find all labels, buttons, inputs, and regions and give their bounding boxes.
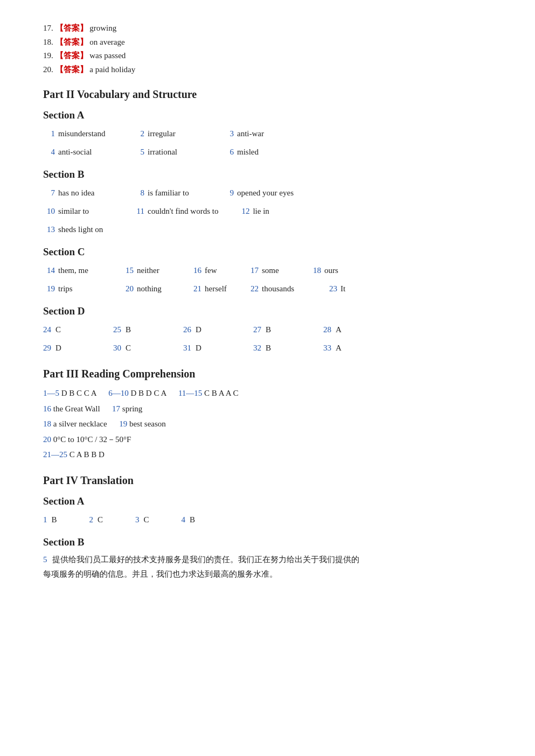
part2-sectionA-heading: Section A xyxy=(43,109,492,121)
part2-sectionB-heading: Section B xyxy=(43,169,492,180)
val-13: sheds light on xyxy=(58,221,103,237)
num-8: 8 xyxy=(133,185,144,201)
num-18c: 18 xyxy=(309,262,321,278)
cell-11: 11 couldn't find words to xyxy=(133,203,218,219)
cell-6: 6 misled xyxy=(222,144,292,160)
val-12: lie in xyxy=(253,203,269,219)
cell-23: 23 It xyxy=(325,281,352,297)
val-d-26: D xyxy=(196,321,202,338)
part2-sectionC-row2: 19 trips 20 nothing 21 herself 22 thousa… xyxy=(43,281,492,297)
num-d-30: 30 xyxy=(113,340,121,356)
num-3: 3 xyxy=(222,125,234,142)
cell-16: 16 few xyxy=(190,262,227,278)
val-d-29: D xyxy=(55,340,61,356)
num-4: 4 xyxy=(43,144,55,160)
part4-sectionA-heading: Section A xyxy=(43,495,492,507)
part2-sectionC-heading: Section C xyxy=(43,246,492,258)
cell-15: 15 neither xyxy=(122,262,170,278)
cell-9: 9 opened your eyes xyxy=(222,185,294,201)
val-22c: thousands xyxy=(262,281,294,297)
part4-cell-3: 3 C xyxy=(135,512,149,528)
val-15: neither xyxy=(137,262,159,278)
num-5: 5 xyxy=(133,144,144,160)
cell-10: 10 similar to xyxy=(43,203,113,219)
part3-val20: 0°C to 10°C / 32－50°F xyxy=(53,435,131,444)
part4-sectionA-row: 1 B 2 C 3 C 4 B xyxy=(43,512,492,528)
num-d-31: 31 xyxy=(183,340,191,356)
part4-sectionB-heading: Section B xyxy=(43,536,492,548)
part4-val-4: B xyxy=(190,512,195,528)
val-7: has no idea xyxy=(58,185,94,201)
val-18c: ours xyxy=(324,262,338,278)
cell-d-32: 32 B xyxy=(253,340,296,356)
num-23c: 23 xyxy=(325,281,337,297)
cell-21: 21 herself xyxy=(190,281,227,297)
val-d-33: A xyxy=(336,340,342,356)
cell-2: 2 irregular xyxy=(133,125,203,142)
answer-num-19: 19. xyxy=(43,51,55,60)
part3-heading: Part III Reading Comprehension xyxy=(43,368,492,380)
val-9: opened your eyes xyxy=(237,185,294,201)
num-19c: 19 xyxy=(43,281,55,297)
answer-18: 18. 【答案】 on average xyxy=(43,36,492,50)
answer-val-20: a paid holiday xyxy=(89,65,135,74)
num-d-27: 27 xyxy=(253,321,261,338)
part3-vals2: D B D C A xyxy=(131,389,178,397)
cell-4: 4 anti-social xyxy=(43,144,113,160)
part2-sectionA-row2: 4 anti-social 5 irrational 6 misled xyxy=(43,144,492,160)
cell-d-25: 25 B xyxy=(113,321,156,338)
part2-sectionB-row3: 13 sheds light on xyxy=(43,221,492,237)
part3-line5: 21—25 C A B B D xyxy=(43,447,492,463)
part2-sectionB-row2: 10 similar to 11 couldn't find words to … xyxy=(43,203,492,219)
part3-val18: a silver necklace xyxy=(53,419,119,428)
cell-1: 1 misunderstand xyxy=(43,125,113,142)
val-d-28: A xyxy=(336,321,342,338)
part4-sectionB-text-5: 提供给我们员工最好的技术支持服务是我们的责任。我们正在努力给出关于我们提供的每项… xyxy=(43,555,359,578)
cell-12: 12 lie in xyxy=(238,203,308,219)
val-3: anti-war xyxy=(237,125,264,142)
part3-vals21: C A B B D xyxy=(70,450,105,459)
num-6: 6 xyxy=(222,144,234,160)
val-d-24: C xyxy=(55,321,61,338)
cell-d-29: 29 D xyxy=(43,340,86,356)
val-d-30: C xyxy=(126,340,131,356)
num-15: 15 xyxy=(122,262,134,278)
cell-d-24: 24 C xyxy=(43,321,86,338)
cell-22: 22 thousands xyxy=(247,281,306,297)
cell-d-33: 33 A xyxy=(323,340,366,356)
part3-num20: 20 xyxy=(43,435,51,444)
part4-num-1: 1 xyxy=(43,512,47,528)
cell-19: 19 trips xyxy=(43,281,102,297)
part3-vals1: D B C C A xyxy=(61,389,109,397)
part3-range3: 11—15 xyxy=(178,389,202,397)
part4-cell-4: 4 B xyxy=(182,512,196,528)
part2-heading: Part II Vocabulary and Structure xyxy=(43,88,492,101)
cell-3: 3 anti-war xyxy=(222,125,292,142)
val-21c: herself xyxy=(205,281,227,297)
part3-val17: spring xyxy=(122,404,143,413)
val-d-31: D xyxy=(196,340,202,356)
val-20c: nothing xyxy=(137,281,162,297)
answer-bracket-20: 【答案】 xyxy=(55,65,88,74)
answer-val-19: was passed xyxy=(89,51,126,60)
num-22c: 22 xyxy=(247,281,259,297)
answer-num-18: 18. xyxy=(43,38,55,46)
num-16: 16 xyxy=(190,262,202,278)
part4-heading: Part IV Translation xyxy=(43,474,492,487)
answer-num-20: 20. xyxy=(43,65,55,74)
answer-num-17: 17. xyxy=(43,24,55,32)
num-20c: 20 xyxy=(122,281,134,297)
val-d-25: B xyxy=(126,321,131,338)
cell-d-27: 27 B xyxy=(253,321,296,338)
answer-17: 17. 【答案】 growing xyxy=(43,22,492,36)
num-d-24: 24 xyxy=(43,321,51,338)
val-16: few xyxy=(205,262,217,278)
val-14: them, me xyxy=(58,262,88,278)
val-6: misled xyxy=(237,144,259,160)
num-d-25: 25 xyxy=(113,321,121,338)
cell-d-26: 26 D xyxy=(183,321,226,338)
part3-val19: best season xyxy=(129,419,166,428)
cell-d-31: 31 D xyxy=(183,340,226,356)
part4-cell-1: 1 B xyxy=(43,512,57,528)
cell-d-30: 30 C xyxy=(113,340,156,356)
